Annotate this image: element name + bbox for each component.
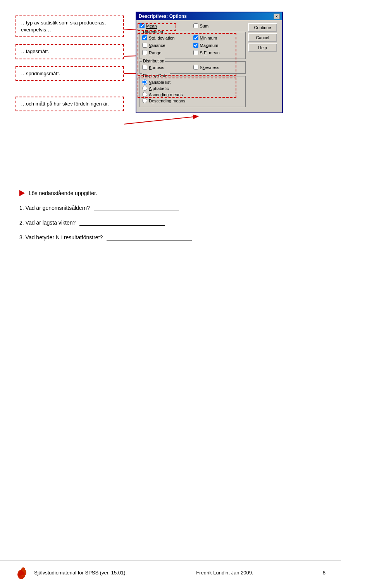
std-dev-checkbox[interactable] [142, 35, 147, 40]
cancel-button[interactable]: Cancel [248, 33, 277, 42]
exercise-section: Lös nedanstående uppgifter. 1. Vad är ge… [16, 190, 356, 240]
svg-point-7 [21, 567, 25, 571]
se-mean-label: S.E. mean [200, 50, 220, 55]
annotation-text-4: …och mått på hur skev fördelningen är. [21, 101, 109, 107]
top-checks: Mean Sum [140, 23, 246, 29]
maximum-label: Maximum [200, 43, 219, 48]
question-1: 1. Vad är genomsnittsåldern? [19, 204, 353, 211]
ascending-means-row: Ascending means [142, 92, 243, 97]
dialog-options: Mean Sum Dispersion [140, 23, 246, 109]
question-2: 2. Vad är lägsta vikten? [19, 219, 353, 226]
continue-button[interactable]: Continue [248, 23, 277, 32]
descending-means-row: Descending means [142, 98, 243, 103]
sum-checkbox[interactable] [193, 23, 198, 28]
footer-page-number: 8 [323, 570, 326, 576]
question-3: 3. Vad betyder N i resultatfönstret? [19, 233, 353, 240]
range-label: Range [149, 50, 161, 55]
mean-checkbox[interactable] [140, 23, 145, 28]
annotation-box-1: …typ av statistik som ska produceras, ex… [16, 16, 124, 37]
annotation-text-1: …typ av statistik som ska produceras, ex… [21, 20, 106, 33]
triangle-arrow-icon [19, 190, 25, 196]
question-2-number: 2. [19, 220, 24, 226]
question-1-number: 1. [19, 205, 24, 211]
ascending-means-radio[interactable] [142, 92, 147, 97]
question-1-body: Vad är genomsnittsåldern? [26, 205, 90, 211]
variance-row: Variance [142, 43, 192, 48]
maximum-row: Maximum [193, 43, 243, 48]
display-order-options: Variable list Alphabetic Ascending means [142, 80, 243, 103]
question-3-number: 3. [19, 234, 24, 240]
skewness-row: Skewness [193, 65, 243, 70]
exercise-intro-text: Lös nedanstående uppgifter. [29, 190, 97, 196]
question-2-text: 2. Vad är lägsta vikten? [19, 220, 76, 226]
variable-list-label: Variable list [149, 80, 170, 85]
dispersion-title: Dispersion [142, 29, 164, 34]
question-2-body: Vad är lägsta vikten? [26, 220, 76, 226]
annotation-text-3: …spridningsmått. [21, 71, 60, 76]
sum-checkbox-row: Sum [193, 23, 246, 28]
descending-means-label: Descending means [149, 99, 185, 103]
spss-dialog: Descriptives: Options × Mean [136, 12, 283, 113]
footer-logo: Självstudiematerial för SPSS (ver. 15.01… [16, 565, 127, 580]
dispersion-groupbox: Dispersion Std. deviation Minimum [140, 32, 246, 59]
range-checkbox[interactable] [142, 50, 147, 55]
answer-line-1 [94, 204, 179, 211]
answer-line-2 [79, 219, 165, 226]
skewness-checkbox[interactable] [193, 65, 198, 70]
distribution-title: Distribution [142, 59, 165, 63]
dialog-titlebar: Descriptives: Options × [136, 12, 282, 20]
question-1-text: 1. Vad är genomsnittsåldern? [19, 205, 90, 211]
std-dev-row: Std. deviation [142, 35, 192, 40]
footer: Självstudiematerial för SPSS (ver. 15.01… [0, 560, 341, 580]
spss-dialog-wrapper: Descriptives: Options × Mean [136, 12, 283, 113]
alphabetic-radio[interactable] [142, 86, 147, 91]
mean-checkbox-row: Mean [140, 23, 192, 28]
minimum-row: Minimum [193, 35, 243, 40]
footer-left-text: Självstudiematerial för SPSS (ver. 15.01… [34, 570, 127, 576]
help-button[interactable]: Help [248, 43, 277, 52]
variable-list-radio[interactable] [142, 80, 147, 85]
alphabetic-row: Alphabetic [142, 86, 243, 91]
footer-right-text: Fredrik Lundin, Jan 2009. [196, 570, 253, 576]
annotation-box-4: …och mått på hur skev fördelningen är. [16, 97, 124, 111]
question-3-text: 3. Vad betyder N i resultatfönstret? [19, 234, 103, 240]
distribution-groupbox: Distribution Kurtosis Skewness [140, 61, 246, 74]
exercise-intro: Lös nedanstående uppgifter. [19, 190, 353, 196]
annotation-box-3: …spridningsmått. [16, 66, 124, 81]
distribution-content: Kurtosis Skewness [142, 65, 243, 71]
display-order-groupbox: Display Order Variable list Alphabetic [140, 76, 246, 107]
close-button[interactable]: × [274, 14, 280, 19]
se-mean-row: S.E. mean [193, 50, 243, 55]
descending-means-radio[interactable] [142, 98, 147, 103]
minimum-checkbox[interactable] [193, 35, 198, 40]
dialog-body: Mean Sum Dispersion [136, 20, 282, 112]
annotation-text-2: …lägesmått. [21, 48, 49, 54]
display-order-title: Display Order [142, 73, 170, 78]
question-3-body: Vad betyder N i resultatfönstret? [26, 234, 103, 240]
answer-line-3 [107, 233, 192, 240]
range-row: Range [142, 50, 192, 55]
variable-list-row: Variable list [142, 80, 243, 85]
minimum-label: Minimum [200, 36, 217, 40]
dialog-buttons: Continue Cancel Help [248, 23, 279, 109]
std-dev-label: Std. deviation [149, 36, 175, 40]
variance-label: Variance [149, 43, 165, 48]
kurtosis-row: Kurtosis [142, 65, 192, 70]
mean-label: Mean [146, 24, 157, 28]
kurtosis-checkbox[interactable] [142, 65, 147, 70]
ascending-means-label: Ascending means [149, 92, 183, 97]
dispersion-content: Std. deviation Minimum Variance [142, 35, 243, 56]
sum-label: Sum [200, 24, 209, 28]
skewness-label: Skewness [200, 65, 219, 70]
dialog-title: Descriptives: Options [139, 14, 187, 19]
kurtosis-label: Kurtosis [149, 65, 164, 70]
maximum-checkbox[interactable] [193, 43, 198, 48]
se-mean-checkbox[interactable] [193, 50, 198, 55]
logo-icon [16, 565, 31, 580]
svg-line-3 [124, 116, 198, 124]
variance-checkbox[interactable] [142, 43, 147, 48]
annotation-box-2: …lägesmått. [16, 44, 124, 59]
alphabetic-label: Alphabetic [149, 86, 169, 91]
